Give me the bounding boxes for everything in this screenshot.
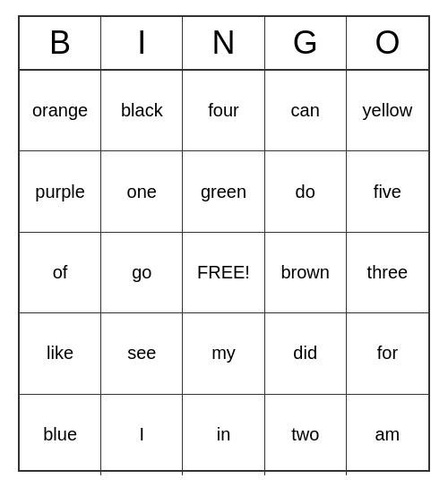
bingo-cell-18[interactable]: did <box>265 313 347 394</box>
bingo-card: B I N G O orangeblackfourcanyellowpurple… <box>18 15 430 472</box>
bingo-cell-24[interactable]: am <box>347 395 428 475</box>
header-o: O <box>347 17 428 69</box>
bingo-cell-23[interactable]: two <box>265 395 347 475</box>
bingo-cell-11[interactable]: go <box>101 233 183 313</box>
bingo-cell-4[interactable]: yellow <box>347 71 428 151</box>
bingo-cell-12[interactable]: FREE! <box>183 233 264 313</box>
bingo-cell-22[interactable]: in <box>183 395 264 475</box>
bingo-cell-21[interactable]: I <box>101 395 183 475</box>
bingo-cell-7[interactable]: green <box>183 151 264 232</box>
header-n: N <box>183 17 264 69</box>
bingo-cell-10[interactable]: of <box>20 233 101 313</box>
bingo-cell-19[interactable]: for <box>347 313 428 394</box>
bingo-cell-5[interactable]: purple <box>20 151 101 232</box>
bingo-cell-8[interactable]: do <box>265 151 347 232</box>
bingo-cell-14[interactable]: three <box>347 233 428 313</box>
bingo-cell-9[interactable]: five <box>347 151 428 232</box>
header-b: B <box>20 17 101 69</box>
bingo-cell-1[interactable]: black <box>101 71 183 151</box>
bingo-cell-20[interactable]: blue <box>20 395 101 475</box>
bingo-cell-15[interactable]: like <box>20 313 101 394</box>
bingo-cell-13[interactable]: brown <box>265 233 347 313</box>
bingo-cell-16[interactable]: see <box>101 313 183 394</box>
bingo-cell-3[interactable]: can <box>265 71 347 151</box>
bingo-cell-17[interactable]: my <box>183 313 264 394</box>
bingo-grid: orangeblackfourcanyellowpurpleonegreendo… <box>20 71 428 475</box>
header-i: I <box>101 17 183 69</box>
bingo-cell-6[interactable]: one <box>101 151 183 232</box>
bingo-header: B I N G O <box>20 17 428 71</box>
bingo-cell-2[interactable]: four <box>183 71 264 151</box>
header-g: G <box>265 17 347 69</box>
bingo-cell-0[interactable]: orange <box>20 71 101 151</box>
